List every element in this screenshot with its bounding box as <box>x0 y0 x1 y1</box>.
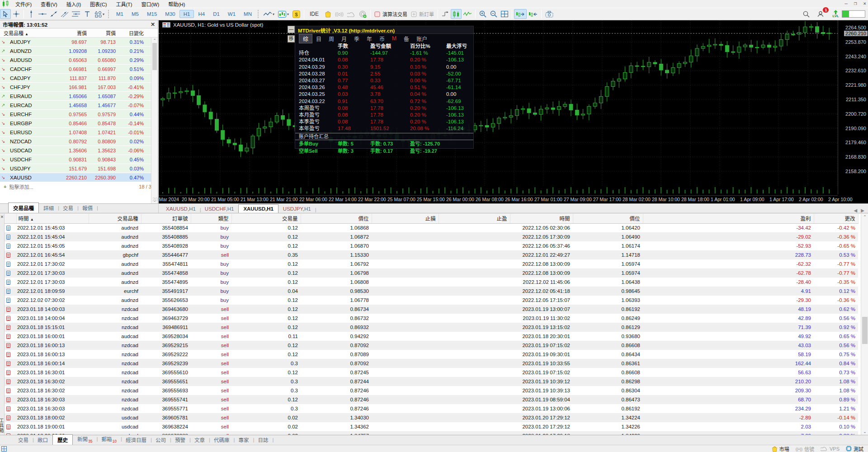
menu-3[interactable]: 图表(C) <box>85 0 111 8</box>
history-col-7[interactable]: 止盈 <box>439 214 510 223</box>
search-icon[interactable] <box>801 9 811 19</box>
timeframe-h1[interactable]: H1 <box>179 10 194 18</box>
zoom-out-button[interactable] <box>488 9 499 19</box>
timeframe-m15[interactable]: M15 <box>143 10 161 18</box>
history-row[interactable]: 2023.01.18 16:00:01audcad369528034sell0.… <box>5 332 858 341</box>
channel-button[interactable] <box>59 9 70 19</box>
market-watch-scrollbar[interactable]: ⌃ ⌄ <box>151 38 158 203</box>
vline-button[interactable] <box>26 9 37 19</box>
market-row-usdjpy[interactable]: ↘USDJPY151.679151.6980.03% <box>0 164 158 173</box>
b-tab-7[interactable]: 預警| <box>170 435 190 445</box>
mtdriver-tab-目[interactable]: 目 <box>312 34 325 43</box>
tab-scroll-right-icon[interactable]: ▶ <box>861 208 864 213</box>
history-col-6[interactable]: 止損 <box>372 214 439 223</box>
timeframe-m30[interactable]: M30 <box>161 10 179 18</box>
market-row-eurcad[interactable]: ↗EURCAD1.456581.45677-0.07% <box>0 101 158 110</box>
history-row[interactable]: 2022.12.01 16:45:54gbpchf355446477sell0.… <box>5 250 858 259</box>
history-row[interactable]: 2023.01.18 15:15:01nzdcad369486911sell0.… <box>5 323 858 332</box>
scroll-down-icon[interactable]: ⌄ <box>861 429 868 434</box>
history-row[interactable]: 2023.01.18 16:00:13nzdcad369529215sell0.… <box>5 341 858 350</box>
b-tab-1[interactable]: 敞口| <box>33 435 52 445</box>
mtdriver-move-button[interactable]: 移 <box>288 35 295 42</box>
history-col-10[interactable]: 盈利 <box>643 214 814 223</box>
history-row[interactable]: 2022.12.02 07:30:02audnzd355626653buy0.1… <box>5 296 858 305</box>
m-tab-1[interactable]: 詳細| <box>39 203 58 213</box>
tile-windows-button[interactable] <box>499 9 510 19</box>
history-row[interactable]: 2023.01.18 14:00:04nzdcad369463729sell0.… <box>5 314 858 323</box>
col-symbol[interactable]: 交易品種 ▲ <box>0 29 53 37</box>
history-col-1[interactable]: 交易品種 <box>89 214 141 223</box>
menu-0[interactable]: 文件(F) <box>11 0 36 8</box>
camera-button[interactable] <box>543 9 555 19</box>
col-ask[interactable]: 買價 <box>87 29 116 37</box>
mtdriver-tab-备[interactable]: 备 <box>400 34 413 43</box>
shapes-button[interactable]: ▾ <box>93 9 106 19</box>
level-indicator[interactable]: LVL <box>832 10 839 18</box>
history-row[interactable]: 2022.12.01 17:30:02audnzd355474811buy0.1… <box>5 259 858 268</box>
b-tab-4[interactable]: 郵箱10| <box>97 434 121 445</box>
status-VPS[interactable]: VPS <box>821 446 840 452</box>
algo-trading-button[interactable]: 演算法交易 <box>373 9 409 19</box>
history-row[interactable]: 2022.12.01 15:45:05audnzd355408928buy0.1… <box>5 241 858 250</box>
history-row[interactable]: 2022.12.01 17:30:03audnzd355474895buy0.1… <box>5 278 858 287</box>
c-tab-0[interactable]: XAUUSD,H1| <box>161 205 200 213</box>
history-col-8[interactable]: 時間 <box>510 214 573 223</box>
shift-left-button[interactable] <box>527 9 539 19</box>
tester-step-button[interactable] <box>440 9 451 19</box>
close-icon[interactable]: ✕ <box>151 21 155 28</box>
c-tab-1[interactable]: USDCHF,H1| <box>200 205 239 213</box>
b-tab-6[interactable]: 公司| <box>151 435 170 445</box>
minimize-button[interactable]: — <box>844 0 848 6</box>
timeframe-w1[interactable]: W1 <box>224 10 240 18</box>
b-tab-11[interactable]: 日誌| <box>253 435 273 445</box>
timeframe-m5[interactable]: M5 <box>127 10 143 18</box>
history-col-0[interactable]: 時間 ▲ <box>16 214 89 223</box>
hline-button[interactable] <box>37 9 48 19</box>
c-tab-3[interactable]: USDJPY,H1| <box>278 205 316 213</box>
menu-5[interactable]: 窗口(W) <box>137 0 164 8</box>
menu-2[interactable]: 插入(I) <box>62 0 85 8</box>
tab-scroll-left-icon[interactable]: ◀ <box>854 208 858 213</box>
mtdriver-tab-年[interactable]: 年 <box>363 34 376 43</box>
copy-trading-button[interactable] <box>357 9 368 19</box>
bars-green-button[interactable] <box>451 9 462 19</box>
mtdriver-tab-账户[interactable]: 账户 <box>413 34 431 43</box>
mtdriver-tab-季[interactable]: 季 <box>350 34 363 43</box>
timeframe-mn[interactable]: MN <box>240 10 256 18</box>
history-table-header[interactable]: 時間 ▲交易品種訂單號類型交易量價位止損止盈時間價位盈利更改 <box>5 214 858 223</box>
history-row[interactable]: 2023.01.18 19:00:01usdcad369638224sell0.… <box>5 422 858 431</box>
col-change[interactable]: 日變化 <box>116 29 146 37</box>
market-row-euraud[interactable]: ↗EURAUD1.650661.65087-0.29% <box>0 92 158 101</box>
zoom-in-button[interactable] <box>477 9 488 19</box>
market-row-eurusd[interactable]: ↘EURUSD1.074081.07421-0.01% <box>0 128 158 137</box>
market-row-nzdcad[interactable]: ↘NZDCAD0.807920.808090.02% <box>0 137 158 146</box>
b-tab-2[interactable]: 歷史 <box>52 434 73 445</box>
add-symbol-row[interactable]: + 點擊添加... 18 / 31 <box>0 182 158 191</box>
close-button[interactable]: ✕ <box>863 0 866 6</box>
market-row-audusd[interactable]: ↘AUDUSD0.650630.650800.29% <box>0 56 158 65</box>
history-scrollbar[interactable]: ⌃ ⌄ <box>861 214 868 435</box>
history-row[interactable]: 2022.12.01 15:45:03audnzd355408854buy0.1… <box>5 223 858 232</box>
history-col-4[interactable]: 交易量 <box>231 214 301 223</box>
mtdriver-tab-周[interactable]: 周 <box>325 34 338 43</box>
m-tab-3[interactable]: 報價| <box>78 203 97 213</box>
history-col-2[interactable]: 訂單號 <box>141 214 191 223</box>
chart-panel[interactable]: XAUUSD, H1: Gold vs US Dollar (spot) 226… <box>159 20 868 203</box>
market-row-usdchf[interactable]: ↘USDCHF0.908310.908430.45% <box>0 155 158 164</box>
market-row-audnzd[interactable]: ↗AUDNZD1.092081.092300.21% <box>0 47 158 56</box>
chart-tab-scroll[interactable]: ◀ ▶ <box>854 208 868 213</box>
zigzag-green-button[interactable] <box>462 9 473 19</box>
menu-6[interactable]: 帮助(H) <box>164 0 189 8</box>
history-row[interactable]: 2023.01.18 16:30:02nzdcad369555693sell0.… <box>5 386 858 395</box>
history-row[interactable]: 2023.01.18 16:00:14nzdcad369529239sell0.… <box>5 359 858 368</box>
timeframe-h4[interactable]: H4 <box>194 10 209 18</box>
shift-right-button[interactable] <box>514 9 527 19</box>
crosshair-button[interactable] <box>11 9 22 19</box>
chart-template-button[interactable]: ▾ <box>276 9 291 19</box>
history-row[interactable]: 2022.12.01 17:30:03audnzd355474858buy0.1… <box>5 268 858 278</box>
market-row-cadjpy[interactable]: ↘CADJPY111.837111.8700.09% <box>0 74 158 83</box>
scroll-up-icon[interactable]: ⌃ <box>861 215 868 219</box>
status-測試[interactable]: 測試 <box>846 445 863 452</box>
history-row[interactable]: 2023.01.18 16:30:03nzdcad369555771sell0.… <box>5 404 858 413</box>
history-row[interactable]: 2023.01.18 16:00:13nzdcad369529222sell0.… <box>5 350 858 359</box>
